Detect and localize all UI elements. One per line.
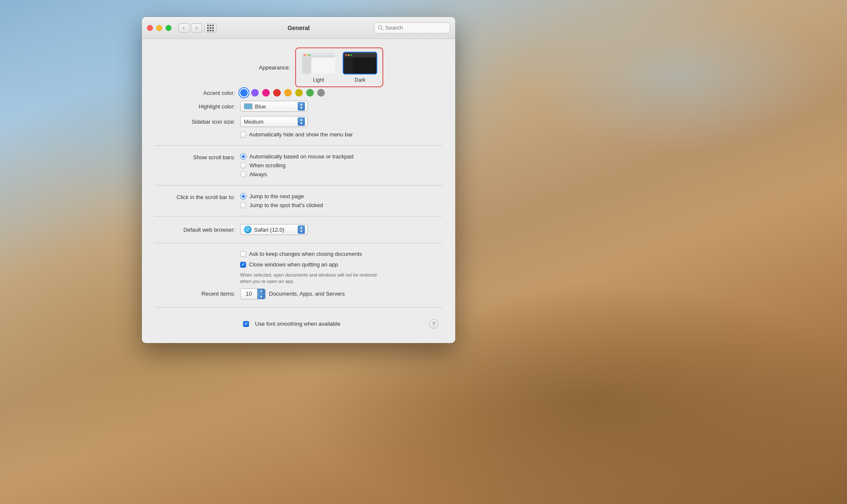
click-spot-radio[interactable]	[240, 202, 246, 208]
grid-icon	[207, 25, 214, 31]
thumb-dot-yellow	[306, 54, 308, 56]
scroll-bars-row: Show scroll bars: Automatically based on…	[159, 153, 438, 177]
close-windows-row: Close windows when quitting an app	[240, 261, 438, 268]
separator-2	[155, 185, 443, 186]
traffic-lights	[147, 25, 172, 31]
accent-green[interactable]	[306, 89, 314, 97]
preferences-window: ‹ › General	[142, 17, 455, 343]
default-browser-dropdown[interactable]: Safari (12.0) ▲ ▼	[240, 224, 308, 235]
separator-3	[155, 216, 443, 216]
close-windows-subtext: When selected, open documents and window…	[240, 272, 418, 285]
close-windows-label: Close windows when quitting an app	[249, 261, 338, 268]
thumb-dot-green	[309, 54, 310, 56]
accent-yellow[interactable]	[295, 89, 303, 97]
auto-hide-menu-row: Automatically hide and show the menu bar	[240, 131, 438, 138]
default-browser-arrows: ▲ ▼	[298, 225, 305, 234]
scroll-scrolling-label: When scrolling	[249, 162, 285, 169]
grid-dot	[210, 27, 211, 29]
sidebar-icon-size-arrows: ▲ ▼	[298, 117, 305, 126]
search-bar[interactable]	[374, 22, 450, 33]
accent-red[interactable]	[273, 89, 281, 97]
separator-1	[155, 145, 443, 146]
appearance-option-light[interactable]: Light	[301, 52, 336, 83]
titlebar: ‹ › General	[142, 17, 455, 39]
svg-line-1	[382, 29, 383, 30]
font-smoothing-checkbox[interactable]	[243, 321, 249, 327]
grid-dot	[212, 30, 214, 31]
search-input[interactable]	[385, 25, 446, 31]
scroll-scrolling-radio[interactable]	[240, 162, 246, 169]
search-icon	[378, 25, 383, 30]
appearance-section: Appearance: Li	[159, 47, 438, 87]
grid-dot	[207, 27, 209, 29]
highlight-color-arrows: ▲ ▼	[298, 102, 305, 111]
accent-graphite[interactable]	[317, 89, 325, 97]
appearance-option-dark[interactable]: Dark	[343, 52, 377, 83]
scroll-auto-row: Automatically based on mouse or trackpad	[240, 153, 354, 160]
ask-keep-changes-checkbox[interactable]	[240, 251, 246, 257]
back-button[interactable]: ‹	[178, 23, 189, 33]
default-browser-label: Default web browser:	[159, 227, 235, 233]
appearance-light-label: Light	[313, 77, 324, 83]
click-scroll-label: Click in the scroll bar to:	[159, 193, 235, 200]
help-button[interactable]: ?	[429, 319, 438, 329]
thumb-dark-content	[353, 58, 376, 74]
scroll-always-radio[interactable]	[240, 171, 246, 177]
dark-preview	[343, 53, 376, 74]
light-titlebar	[302, 53, 335, 58]
font-smoothing-label: Use font smoothing when available	[255, 321, 340, 327]
recent-items-suffix: Documents, Apps, and Servers	[269, 291, 345, 297]
separator-5	[155, 307, 443, 307]
click-spot-row: Jump to the spot that's clicked	[240, 202, 323, 208]
recent-items-row: Recent items: 10 ▲ ▼ Documents, Apps, an…	[159, 288, 438, 299]
accent-color-row: Accent color:	[159, 89, 438, 97]
fullscreen-button[interactable]	[166, 25, 172, 31]
safari-needle	[246, 228, 249, 231]
click-next-page-radio[interactable]	[240, 193, 246, 199]
light-preview	[302, 53, 335, 74]
font-smoothing-checkbox-row: Use font smoothing when available	[159, 321, 429, 327]
close-windows-checkbox[interactable]	[240, 262, 246, 268]
grid-view-button[interactable]	[205, 23, 216, 33]
grid-dot	[210, 30, 211, 31]
grid-dot	[212, 25, 214, 26]
accent-pink[interactable]	[262, 89, 270, 97]
click-next-page-row: Jump to the next page	[240, 193, 323, 199]
accent-orange[interactable]	[284, 89, 292, 97]
grid-dot	[210, 25, 211, 26]
stepper-down-button[interactable]: ▼	[257, 294, 265, 299]
forward-button[interactable]: ›	[191, 23, 202, 33]
ask-keep-changes-row: Ask to keep changes when closing documen…	[240, 251, 438, 257]
highlight-color-row: Highlight color: Blue ▲ ▼	[159, 101, 438, 112]
settings-content: Appearance: Li	[142, 39, 455, 343]
scroll-bars-options: Automatically based on mouse or trackpad…	[240, 153, 354, 177]
auto-hide-menu-checkbox[interactable]	[240, 132, 246, 138]
highlight-color-dropdown[interactable]: Blue ▲ ▼	[240, 101, 308, 112]
scroll-auto-radio[interactable]	[240, 153, 246, 160]
close-button[interactable]	[147, 25, 153, 31]
appearance-thumb-dark	[343, 52, 377, 75]
nav-buttons: ‹ ›	[178, 23, 202, 33]
sidebar-icon-size-row: Sidebar icon size: Medium ▲ ▼	[159, 116, 438, 127]
accent-purple[interactable]	[251, 89, 259, 97]
scroll-bars-label: Show scroll bars:	[159, 153, 235, 161]
safari-icon	[244, 226, 252, 233]
accent-colors	[240, 89, 325, 97]
thumb-dark-sidebar	[343, 58, 353, 74]
highlight-color-value: Blue	[255, 103, 296, 110]
window-title: General	[288, 25, 310, 31]
thumb-dot-green	[350, 54, 352, 56]
minimize-button[interactable]	[156, 25, 162, 31]
recent-items-value: 10	[241, 289, 257, 299]
recent-items-stepper[interactable]: 10 ▲ ▼	[240, 288, 266, 299]
sidebar-icon-size-dropdown[interactable]: Medium ▲ ▼	[240, 116, 308, 127]
highlight-color-swatch	[244, 103, 252, 109]
stepper-up-button[interactable]: ▲	[257, 288, 265, 294]
appearance-options: Light Dark	[295, 47, 383, 87]
sidebar-icon-size-label: Sidebar icon size:	[159, 119, 235, 125]
grid-dot	[212, 27, 214, 29]
thumb-dot-yellow	[348, 54, 349, 56]
thumb-light-sidebar	[302, 58, 311, 74]
accent-color-label: Accent color:	[159, 90, 235, 96]
accent-blue[interactable]	[240, 89, 248, 97]
